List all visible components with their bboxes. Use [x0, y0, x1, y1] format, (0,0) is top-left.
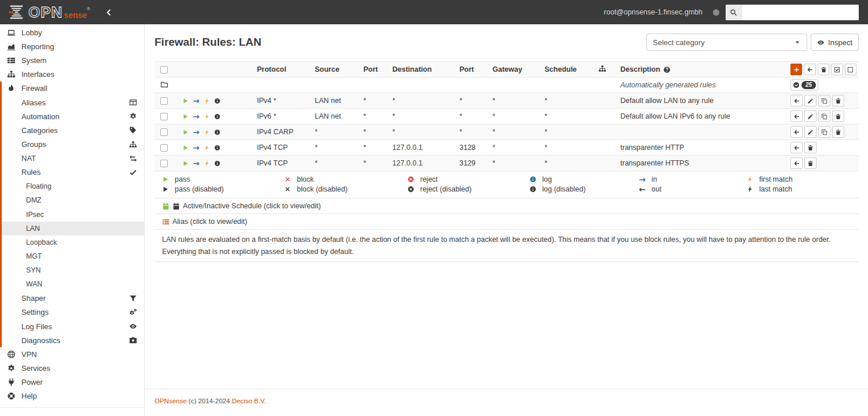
chart-icon: [7, 42, 16, 51]
tags-icon: [129, 126, 137, 134]
sidebar-item-nat[interactable]: NAT: [0, 152, 144, 165]
sidebar-item-syn[interactable]: SYN: [0, 263, 144, 277]
move-rule-button[interactable]: [790, 111, 803, 122]
select-all-checkbox[interactable]: [160, 66, 168, 73]
sidebar-item-categories[interactable]: Categories: [0, 123, 144, 137]
sidebar-item-help[interactable]: Help: [0, 389, 144, 403]
sidebar-item-mgt[interactable]: MGT: [0, 249, 144, 263]
delete-rule-button[interactable]: [832, 111, 844, 122]
opnsense-footer-link[interactable]: OPNsense: [155, 397, 187, 404]
search-icon[interactable]: [726, 5, 742, 20]
sidebar-item-floating[interactable]: Floating: [0, 179, 144, 193]
delete-rule-button[interactable]: [804, 142, 816, 153]
rule-checkbox[interactable]: [160, 160, 168, 167]
legend-label: pass (disabled): [175, 185, 224, 193]
sidebar-item-automation[interactable]: Automation: [0, 109, 144, 123]
sidebar-item-settings[interactable]: Settings: [0, 305, 144, 319]
delete-rule-button[interactable]: [832, 126, 844, 138]
rule-description: Default allow LAN to any rule: [618, 97, 788, 105]
sidebar-item-ipsec[interactable]: IPsec: [0, 207, 144, 221]
pass-icon: [182, 145, 189, 151]
legend: passpass (disabled)blockblock (disabled)…: [155, 171, 859, 198]
sidebar-item-diagnostics[interactable]: Diagnostics: [0, 333, 144, 347]
sidebar-item-aliases[interactable]: Aliases: [0, 95, 144, 109]
sidebar-item-label: Reporting: [21, 42, 54, 51]
eye-icon: [817, 39, 825, 46]
edit-rule-button[interactable]: [804, 111, 816, 122]
clone-rule-button[interactable]: [818, 126, 830, 138]
auto-generated-group-row: Automatically generated rules 25: [155, 77, 859, 93]
edit-rule-button[interactable]: [804, 95, 816, 106]
move-rule-button[interactable]: [790, 95, 803, 106]
enable-selected-button[interactable]: [831, 64, 843, 75]
sidebar-item-rules[interactable]: Rules: [0, 165, 144, 179]
page-controls: Select category Inspect: [646, 34, 859, 51]
sidebar-item-shaper[interactable]: Shaper: [0, 292, 144, 305]
move-rule-button[interactable]: [790, 142, 803, 153]
schedule-legend-row[interactable]: Active/Inactive Schedule (click to view/…: [155, 198, 859, 213]
rule-gateway: *: [490, 112, 542, 120]
move-rule-button[interactable]: [790, 157, 803, 169]
alias-legend-row[interactable]: Alias (click to view/edit): [155, 213, 859, 229]
rule-checkbox[interactable]: [160, 97, 168, 105]
sidebar-item-power[interactable]: Power: [0, 375, 144, 389]
arrow-left-icon: [807, 67, 813, 73]
legend-column: rejectreject (disabled): [400, 174, 522, 194]
rule-info-icon[interactable]: [214, 98, 220, 104]
rule-checkbox[interactable]: [160, 113, 168, 120]
rule-row: →IPv4 TCP**127.0.0.13128**transparenter …: [155, 139, 859, 155]
sidebar-collapse-icon[interactable]: [105, 9, 113, 16]
clone-rule-button[interactable]: [818, 95, 830, 106]
rule-info-icon[interactable]: [214, 160, 220, 167]
add-rule-button[interactable]: [790, 64, 802, 75]
sidebar-item-label: Rules: [21, 168, 41, 176]
sidebar-item-interfaces[interactable]: Interfaces: [0, 68, 144, 82]
clone-rule-button[interactable]: [818, 111, 830, 122]
rule-info-icon[interactable]: [214, 145, 220, 151]
disable-selected-button[interactable]: [845, 64, 856, 75]
sidebar-item-lobby[interactable]: Lobby: [0, 25, 144, 39]
sidebar-item-firewall[interactable]: Firewall: [0, 82, 144, 95]
deciso-footer-link[interactable]: Deciso B.V.: [232, 397, 266, 404]
rule-schedule: *: [542, 159, 596, 167]
pencil-icon: [807, 113, 814, 120]
opnsense-logo[interactable]: OPN sense ®: [9, 4, 90, 20]
sidebar-item-groups[interactable]: Groups: [0, 138, 144, 152]
delete-rule-button[interactable]: [804, 157, 816, 169]
edit-rule-button[interactable]: [804, 126, 816, 138]
category-select[interactable]: Select category: [646, 34, 807, 51]
sidebar-item-services[interactable]: Services: [0, 362, 144, 375]
rule-actions: [788, 111, 859, 122]
help-icon[interactable]: [663, 66, 671, 73]
rule-gateway: *: [490, 128, 542, 136]
rule-source-port: *: [361, 159, 390, 167]
rule-schedule: *: [542, 97, 596, 105]
move-rule-button[interactable]: [790, 126, 803, 138]
rule-checkbox[interactable]: [160, 144, 168, 152]
search-input[interactable]: [742, 5, 859, 20]
sidebar-item-loopback[interactable]: Loopback: [0, 235, 144, 249]
rule-protocol: IPv4 CARP: [255, 128, 312, 136]
rule-info-icon[interactable]: [214, 129, 220, 135]
sidebar-item-system[interactable]: System: [0, 53, 144, 67]
sidebar-item-label: Firewall: [21, 84, 47, 93]
sidebar-item-wan[interactable]: WAN: [0, 277, 144, 291]
rule-destination: *: [390, 97, 457, 105]
delete-rule-button[interactable]: [832, 95, 844, 106]
auto-rules-count-badge: 25: [801, 81, 816, 89]
expand-auto-rules-button[interactable]: 25: [790, 79, 818, 91]
sidebar-item-dmz[interactable]: DMZ: [0, 193, 144, 207]
sidebar-item-reporting[interactable]: Reporting: [0, 39, 144, 53]
page-footer: OPNsense (c) 2014-2024 Deciso B.V.: [145, 389, 868, 416]
inspect-button[interactable]: Inspect: [811, 34, 859, 51]
sidebar-item-log-files[interactable]: Log Files: [0, 319, 144, 333]
sidebar-item-vpn[interactable]: VPN: [0, 347, 144, 361]
delete-selected-button[interactable]: [818, 64, 829, 75]
sidebar-item-lan[interactable]: LAN: [0, 222, 144, 235]
legend-label: block: [297, 175, 314, 183]
folder-icon[interactable]: [160, 80, 168, 89]
rule-checkbox[interactable]: [160, 128, 168, 136]
logged-in-user[interactable]: root@opnsense-1.finsec.gmbh: [604, 8, 703, 16]
move-selected-button[interactable]: [804, 64, 815, 75]
rule-info-icon[interactable]: [214, 113, 220, 120]
